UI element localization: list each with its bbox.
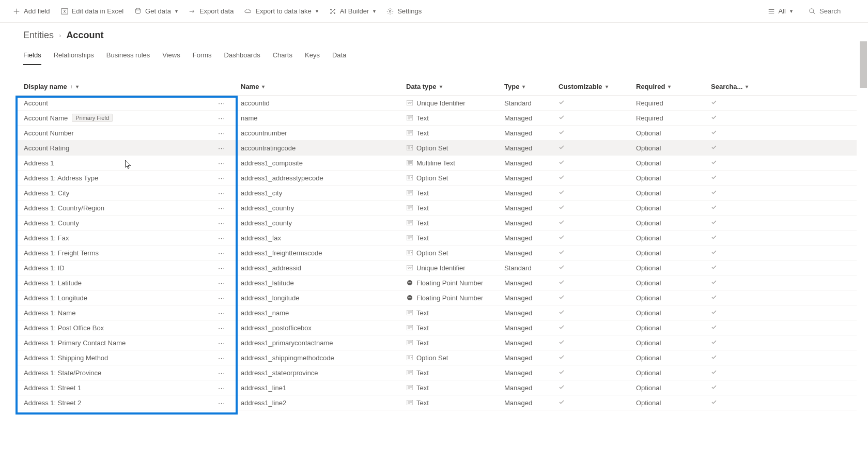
datatype-icon [406, 325, 413, 331]
table-row[interactable]: Address 1: City ··· address1_city Text M… [16, 186, 857, 201]
cell-display-name: Address 1 ··· [16, 159, 233, 167]
table-row[interactable]: Address 1: Name ··· address1_name Text M… [16, 305, 857, 320]
tab-dashboards[interactable]: Dashboards [224, 48, 260, 65]
settings-button[interactable]: Settings [381, 0, 427, 23]
check-icon [711, 99, 717, 107]
table-row[interactable]: Address 1: Shipping Method ··· address1_… [16, 350, 857, 365]
ai-builder-button[interactable]: AI Builder ▾ [323, 0, 381, 23]
export-data-button[interactable]: Export data [183, 0, 239, 23]
tab-charts[interactable]: Charts [273, 48, 292, 65]
cell-searchable [703, 234, 744, 242]
row-more-icon[interactable]: ··· [215, 234, 228, 242]
cell-searchable [703, 174, 744, 182]
row-more-icon[interactable]: ··· [215, 249, 228, 257]
table-row[interactable]: Account ··· accountid Unique Identifier … [16, 96, 857, 111]
table-row[interactable]: Account Rating ··· accountratingcode Opt… [16, 141, 857, 156]
table-row[interactable]: Address 1: Freight Terms ··· address1_fr… [16, 246, 857, 260]
table-row[interactable]: Address 1: Street 2 ··· address1_line2 T… [16, 395, 857, 410]
chevron-down-icon[interactable]: ▾ [668, 84, 671, 89]
cell-required: Optional [628, 219, 703, 227]
table-row[interactable]: Address 1: Longitude ··· address1_longit… [16, 290, 857, 305]
chevron-down-icon[interactable]: ▾ [790, 8, 793, 14]
cell-type: Managed [496, 204, 550, 212]
tab-relationships[interactable]: Relationships [54, 48, 94, 65]
datatype-icon [406, 370, 413, 376]
row-more-icon[interactable]: ··· [215, 204, 228, 212]
cell-customizable [550, 249, 628, 257]
col-display-name[interactable]: Display name ↑ ▾ [16, 83, 233, 90]
row-more-icon[interactable]: ··· [215, 279, 228, 287]
row-more-icon[interactable]: ··· [215, 99, 228, 107]
row-more-icon[interactable]: ··· [215, 159, 228, 167]
row-more-icon[interactable]: ··· [215, 189, 228, 197]
table-row[interactable]: Account Number ··· accountnumber Text Ma… [16, 126, 857, 141]
tab-data[interactable]: Data [332, 48, 346, 65]
row-more-icon[interactable]: ··· [215, 399, 228, 407]
table-row[interactable]: Address 1: Latitude ··· address1_latitud… [16, 275, 857, 290]
tab-forms[interactable]: Forms [193, 48, 212, 65]
col-data-type[interactable]: Data type ▾ [398, 83, 496, 90]
table-row[interactable]: Address 1: Address Type ··· address1_add… [16, 171, 857, 186]
vertical-scrollbar[interactable] [860, 23, 867, 460]
display-name-text: Address 1: State/Province [24, 369, 101, 377]
export-lake-button[interactable]: Export to data lake ▾ [239, 0, 323, 23]
get-data-button[interactable]: Get data ▾ [129, 0, 183, 23]
row-more-icon[interactable]: ··· [215, 294, 228, 302]
table-row[interactable]: Address 1: Country/Region ··· address1_c… [16, 201, 857, 216]
export-icon [188, 7, 196, 16]
tab-fields[interactable]: Fields [23, 48, 41, 65]
search-box[interactable] [798, 7, 861, 16]
table-row[interactable]: Address 1: Fax ··· address1_fax Text Man… [16, 231, 857, 246]
table-row[interactable]: Address 1: County ··· address1_county Te… [16, 216, 857, 231]
ai-icon [329, 7, 337, 16]
row-more-icon[interactable]: ··· [215, 129, 228, 137]
chevron-down-icon[interactable]: ▾ [262, 84, 265, 89]
add-field-button[interactable]: Add field [7, 0, 55, 23]
table-row[interactable]: Address 1: Primary Contact Name ··· addr… [16, 335, 857, 350]
filter-all-button[interactable]: All ▾ [762, 0, 798, 23]
col-name[interactable]: Name ▾ [233, 83, 398, 90]
tab-business-rules[interactable]: Business rules [106, 48, 150, 65]
cell-data-type: Unique Identifier [398, 99, 496, 107]
table-row[interactable]: Address 1 ··· address1_composite Multili… [16, 156, 857, 171]
cell-display-name: Address 1: Primary Contact Name ··· [16, 339, 233, 347]
cell-data-type: Floating Point Number [398, 279, 496, 287]
tab-keys[interactable]: Keys [305, 48, 320, 65]
chevron-down-icon[interactable]: ▾ [316, 8, 318, 14]
search-input[interactable] [819, 7, 861, 15]
col-type[interactable]: Type ▾ [496, 83, 550, 90]
breadcrumb-parent[interactable]: Entities [23, 30, 54, 41]
chevron-down-icon[interactable]: ▾ [76, 84, 79, 89]
cell-data-type: Text [398, 114, 496, 122]
chevron-down-icon[interactable]: ▾ [175, 8, 178, 14]
chevron-down-icon[interactable]: ▾ [522, 84, 525, 89]
row-more-icon[interactable]: ··· [215, 219, 228, 227]
table-row[interactable]: Account Name Primary Field ··· name Text… [16, 111, 857, 126]
row-more-icon[interactable]: ··· [215, 114, 228, 122]
table-row[interactable]: Address 1: Post Office Box ··· address1_… [16, 320, 857, 335]
scrollbar-thumb[interactable] [860, 41, 867, 88]
cell-required: Required [628, 114, 703, 122]
row-more-icon[interactable]: ··· [215, 384, 228, 392]
row-more-icon[interactable]: ··· [215, 369, 228, 377]
table-row[interactable]: Address 1: ID ··· address1_addressid Uni… [16, 260, 857, 275]
table-row[interactable]: Address 1: Street 1 ··· address1_line1 T… [16, 380, 857, 395]
cell-required: Optional [628, 204, 703, 212]
row-more-icon[interactable]: ··· [215, 144, 228, 152]
chevron-down-icon[interactable]: ▾ [746, 84, 748, 89]
row-more-icon[interactable]: ··· [215, 174, 228, 182]
row-more-icon[interactable]: ··· [215, 339, 228, 347]
tab-views[interactable]: Views [162, 48, 180, 65]
col-required[interactable]: Required ▾ [628, 83, 703, 90]
edit-excel-button[interactable]: Edit data in Excel [55, 0, 129, 23]
row-more-icon[interactable]: ··· [215, 264, 228, 272]
row-more-icon[interactable]: ··· [215, 309, 228, 317]
table-row[interactable]: Address 1: State/Province ··· address1_s… [16, 365, 857, 380]
chevron-down-icon[interactable]: ▾ [373, 8, 376, 14]
chevron-down-icon[interactable]: ▾ [440, 84, 442, 89]
col-customizable[interactable]: Customizable ▾ [550, 83, 628, 90]
row-more-icon[interactable]: ··· [215, 354, 228, 362]
col-searchable[interactable]: Searcha... ▾ [703, 83, 744, 90]
row-more-icon[interactable]: ··· [215, 324, 228, 332]
chevron-down-icon[interactable]: ▾ [606, 84, 608, 89]
